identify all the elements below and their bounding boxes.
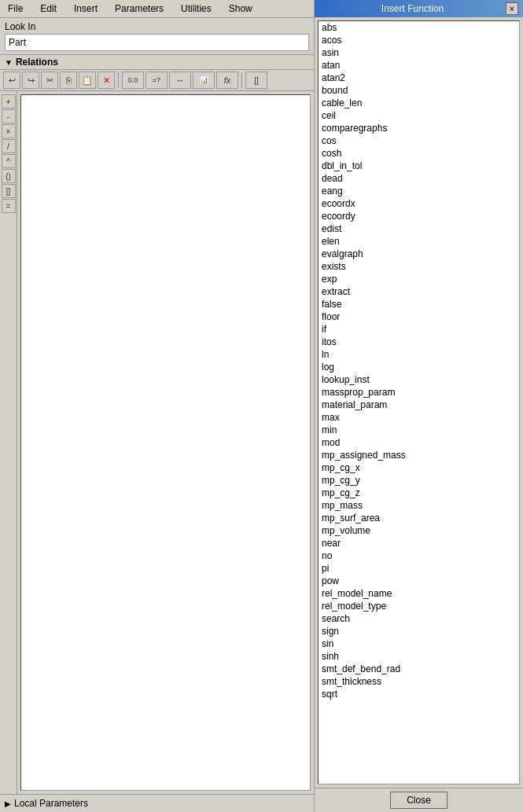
function-item[interactable]: ln xyxy=(319,348,519,361)
function-item[interactable]: log xyxy=(319,361,519,373)
function-item[interactable]: mod xyxy=(319,436,519,449)
function-item[interactable]: false xyxy=(319,298,519,310)
function-item[interactable]: mp_cg_y xyxy=(319,474,519,487)
menu-parameters[interactable]: Parameters xyxy=(110,2,168,16)
bracket-button[interactable]: [] xyxy=(245,72,267,89)
equals-button[interactable]: =? xyxy=(145,72,168,89)
function-item[interactable]: comparegraphs xyxy=(319,122,519,134)
function-item[interactable]: ecoordx xyxy=(319,197,519,210)
undo-button[interactable]: ↩ xyxy=(3,72,20,89)
function-item[interactable]: dbl_in_tol xyxy=(319,160,519,172)
function-item[interactable]: if xyxy=(319,323,519,336)
function-item[interactable]: no xyxy=(319,549,519,562)
menu-insert[interactable]: Insert xyxy=(69,2,102,16)
op-power[interactable]: ^ xyxy=(2,154,16,168)
function-item[interactable]: sqrt xyxy=(319,688,519,700)
function-item[interactable]: pow xyxy=(319,575,519,587)
function-item[interactable]: smt_def_bend_rad xyxy=(319,663,519,675)
right-panel: Insert Function × absacosasinatanatan2bo… xyxy=(315,0,523,812)
function-item[interactable]: exists xyxy=(319,260,519,273)
lookin-section: Look In xyxy=(0,18,314,55)
menu-edit[interactable]: Edit xyxy=(35,2,61,16)
function-item[interactable]: mp_surf_area xyxy=(319,512,519,524)
op-minus[interactable]: - xyxy=(2,109,16,123)
delete-button[interactable]: ✕ xyxy=(98,72,115,89)
function-item[interactable]: smt_thickness xyxy=(319,675,519,688)
function-item[interactable]: cos xyxy=(319,134,519,147)
function-item[interactable]: min xyxy=(319,424,519,436)
function-item[interactable]: sin xyxy=(319,637,519,650)
cut-button[interactable]: ✂ xyxy=(41,72,58,89)
function-item[interactable]: rel_model_type xyxy=(319,600,519,612)
editor-canvas[interactable] xyxy=(20,94,311,791)
function-item[interactable]: atan2 xyxy=(319,72,519,84)
paste-button[interactable]: 📋 xyxy=(79,72,96,89)
insert-function-close-icon[interactable]: × xyxy=(506,2,518,15)
function-item[interactable]: abs xyxy=(319,21,519,34)
relations-header[interactable]: ▼ Relations xyxy=(0,55,314,70)
function-item[interactable]: rel_model_name xyxy=(319,587,519,600)
redo-button[interactable]: ↪ xyxy=(22,72,39,89)
function-item[interactable]: edist xyxy=(319,222,519,235)
function-item[interactable]: massprop_param xyxy=(319,386,519,399)
function-item[interactable]: exp xyxy=(319,273,519,285)
function-item[interactable]: max xyxy=(319,411,519,424)
lookin-label: Look In xyxy=(5,21,309,32)
function-item[interactable]: acos xyxy=(319,34,519,46)
function-item[interactable]: floor xyxy=(319,310,519,323)
function-item[interactable]: pi xyxy=(319,562,519,575)
format-button[interactable]: 0.0 xyxy=(122,72,144,89)
function-item[interactable]: lookup_inst xyxy=(319,373,519,386)
side-operators: + - × / ^ () [] = xyxy=(0,91,17,794)
function-item[interactable]: near xyxy=(319,537,519,549)
op-parens[interactable]: () xyxy=(2,169,16,183)
op-brackets[interactable]: [] xyxy=(2,184,16,198)
arrow-button[interactable]: ↔ xyxy=(169,72,191,89)
function-item[interactable]: atan xyxy=(319,59,519,72)
left-panel: File Edit Insert Parameters Utilities Sh… xyxy=(0,0,315,812)
function-item[interactable]: cable_len xyxy=(319,97,519,109)
menu-file[interactable]: File xyxy=(3,2,28,16)
menu-utilities[interactable]: Utilities xyxy=(176,2,216,16)
function-item[interactable]: extract xyxy=(319,285,519,298)
copy-button[interactable]: ⎘ xyxy=(60,72,77,89)
function-item[interactable]: mp_cg_z xyxy=(319,487,519,499)
function-item[interactable]: sign xyxy=(319,625,519,637)
op-plus[interactable]: + xyxy=(2,94,16,108)
relations-arrow-icon: ▼ xyxy=(5,58,13,67)
function-item[interactable]: dead xyxy=(319,172,519,185)
local-params-label: Local Parameters xyxy=(14,798,88,809)
function-item[interactable]: mp_cg_x xyxy=(319,461,519,474)
function-item[interactable]: cosh xyxy=(319,147,519,160)
function-item[interactable]: asin xyxy=(319,46,519,59)
fx-button[interactable]: fx xyxy=(216,72,238,89)
menu-show[interactable]: Show xyxy=(224,2,257,16)
function-item[interactable]: eang xyxy=(319,185,519,197)
op-multiply[interactable]: × xyxy=(2,124,16,138)
lookin-input[interactable] xyxy=(5,34,309,51)
function-item[interactable]: elen xyxy=(319,235,519,248)
function-item[interactable]: evalgraph xyxy=(319,248,519,260)
function-item[interactable]: mp_volume xyxy=(319,524,519,537)
function-item[interactable]: bound xyxy=(319,84,519,97)
function-item[interactable]: sinh xyxy=(319,650,519,663)
insert-function-titlebar: Insert Function × xyxy=(315,0,523,17)
function-item[interactable]: itos xyxy=(319,336,519,348)
relations-label: Relations xyxy=(16,57,58,68)
op-divide[interactable]: / xyxy=(2,139,16,153)
function-item[interactable]: ceil xyxy=(319,109,519,122)
function-item[interactable]: material_param xyxy=(319,399,519,411)
function-item[interactable]: search xyxy=(319,612,519,625)
toolbar: ↩ ↪ ✂ ⎘ 📋 ✕ 0.0 =? ↔ 📊 fx [] xyxy=(0,70,314,91)
function-item[interactable]: ecoordy xyxy=(319,210,519,222)
local-params-arrow-icon: ▶ xyxy=(5,799,11,808)
bottom-bar: Close xyxy=(315,788,523,812)
op-equals[interactable]: = xyxy=(2,199,16,213)
function-item[interactable]: mp_assigned_mass xyxy=(319,449,519,461)
main-window: File Edit Insert Parameters Utilities Sh… xyxy=(0,0,523,812)
local-params-section[interactable]: ▶ Local Parameters xyxy=(0,794,314,812)
editor-area: + - × / ^ () [] = xyxy=(0,91,314,794)
graph-button[interactable]: 📊 xyxy=(193,72,215,89)
close-button[interactable]: Close xyxy=(390,792,447,809)
function-item[interactable]: mp_mass xyxy=(319,499,519,512)
